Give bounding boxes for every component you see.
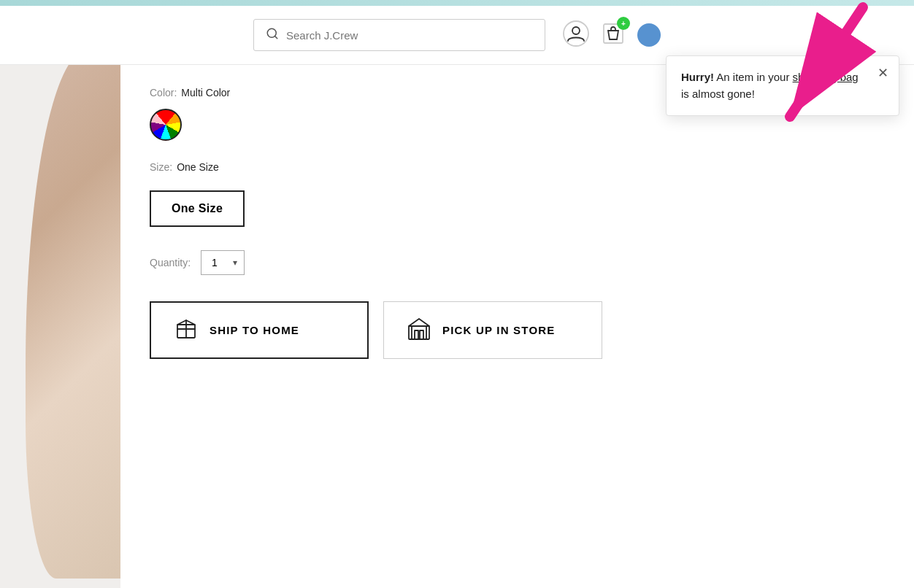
pickup-in-store-button[interactable]: PICK UP IN STORE xyxy=(383,301,602,359)
action-buttons: SHIP TO HOME PICK UP IN STORE xyxy=(150,301,885,359)
ship-button-label: SHIP TO HOME xyxy=(210,324,299,336)
cart-icon-wrapper[interactable]: + xyxy=(601,21,626,49)
svg-point-2 xyxy=(564,21,588,46)
nav-icon-blue xyxy=(637,23,661,47)
product-image-area xyxy=(0,65,120,588)
pickup-button-label: PICK UP IN STORE xyxy=(442,324,556,336)
size-button[interactable]: One Size xyxy=(150,190,245,227)
notification-hurry: Hurry! xyxy=(681,71,714,83)
main-content: Color: Multi Color Size: One Size One Si… xyxy=(0,65,914,588)
ship-icon xyxy=(173,316,199,344)
size-label-row: Size: One Size xyxy=(150,161,885,173)
search-bar[interactable] xyxy=(253,19,545,51)
user-icon[interactable] xyxy=(563,20,589,50)
header-icons: + xyxy=(563,20,661,50)
svg-rect-9 xyxy=(415,330,418,339)
quantity-wrapper[interactable]: 1 2 3 4 5 ▾ xyxy=(201,250,245,275)
ship-to-home-button[interactable]: SHIP TO HOME xyxy=(150,301,369,359)
notification-close-button[interactable]: ✕ xyxy=(877,66,888,80)
size-value: One Size xyxy=(177,161,219,173)
notification-link[interactable]: shopping bag xyxy=(793,71,859,83)
search-input[interactable] xyxy=(286,29,533,42)
color-value: Multi Color xyxy=(181,87,230,98)
search-icon xyxy=(266,27,279,43)
size-label: Size: xyxy=(150,161,172,173)
color-label: Color: xyxy=(150,87,177,98)
product-image xyxy=(26,65,120,579)
color-swatch[interactable] xyxy=(150,109,182,141)
store-icon xyxy=(406,316,432,344)
product-detail: Color: Multi Color Size: One Size One Si… xyxy=(120,65,914,588)
top-bar xyxy=(0,0,914,6)
quantity-section: Quantity: 1 2 3 4 5 ▾ xyxy=(150,250,885,275)
cart-badge: + xyxy=(617,17,630,30)
notification-popup: Hurry! An item in your shopping bag is a… xyxy=(666,55,899,116)
svg-rect-10 xyxy=(420,330,423,339)
header: + Hurry! An item in your shopping bag is… xyxy=(0,6,914,65)
size-section: Size: One Size One Size xyxy=(150,161,885,227)
svg-point-3 xyxy=(572,27,580,34)
quantity-label: Quantity: xyxy=(150,257,191,268)
notification-text: Hurry! An item in your shopping bag is a… xyxy=(681,71,859,100)
quantity-select[interactable]: 1 2 3 4 5 xyxy=(201,250,245,275)
svg-line-1 xyxy=(274,36,277,38)
